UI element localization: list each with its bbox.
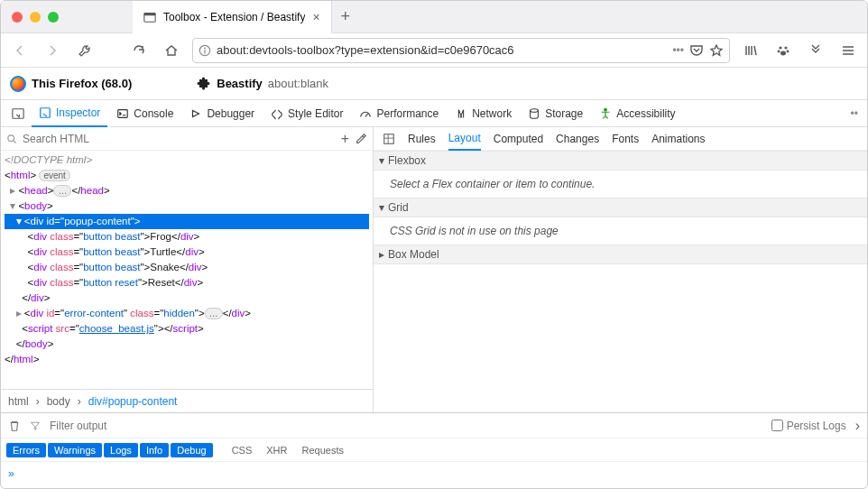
page-actions-icon[interactable]: ••• [672, 44, 684, 57]
forward-button[interactable] [41, 39, 64, 62]
info-icon[interactable] [199, 44, 211, 57]
selected-node: ▾<div id="popup-content"> [5, 214, 369, 229]
markup-panel: + <!DOCTYPE html> <html> event ▸<head>…<… [1, 127, 374, 412]
sidetab-animations[interactable]: Animations [651, 127, 705, 151]
search-icon [6, 134, 17, 144]
filter-input[interactable] [50, 420, 762, 432]
chip-errors[interactable]: Errors [6, 443, 46, 457]
chip-css[interactable]: CSS [226, 443, 259, 457]
svg-point-5 [779, 46, 781, 49]
chip-logs[interactable]: Logs [104, 443, 138, 457]
sidetab-changes[interactable]: Changes [556, 127, 599, 151]
back-button[interactable] [8, 39, 32, 62]
tab-icon [143, 11, 156, 23]
firefox-badge[interactable]: This Firefox (68.0) [10, 76, 132, 92]
breadcrumb: html › body › div#popup-content [1, 389, 373, 412]
dev-toggle-button[interactable] [73, 39, 97, 62]
paw-icon[interactable] [771, 39, 795, 62]
grid-message: CSS Grid is not in use on this page [374, 217, 867, 244]
svg-rect-12 [118, 109, 128, 117]
tab-network[interactable]: Network [448, 100, 519, 127]
svg-point-9 [780, 51, 786, 55]
eyedropper-icon[interactable] [355, 133, 367, 145]
extension-name: Beastify about:blank [197, 77, 328, 91]
url-bar[interactable]: about:devtools-toolbox?type=extension&id… [192, 38, 730, 63]
tab-close-button[interactable]: × [312, 10, 319, 24]
close-window-button[interactable] [12, 12, 23, 23]
chip-info[interactable]: Info [140, 443, 169, 457]
svg-point-6 [784, 46, 787, 49]
menu-icon[interactable] [836, 39, 860, 62]
pocket-icon[interactable] [689, 43, 704, 58]
devtools-tabs: Inspector Console Debugger Style Editor … [1, 100, 867, 127]
side-panel: Rules Layout Computed Changes Fonts Anim… [374, 127, 867, 412]
svg-rect-1 [144, 13, 155, 15]
devtools-overflow-icon[interactable]: •• [847, 107, 862, 120]
home-button[interactable] [160, 39, 183, 62]
grid-header[interactable]: ▾Grid [374, 198, 867, 217]
layout-toggle-icon[interactable] [383, 133, 395, 145]
url-text: about:devtools-toolbox?type=extension&id… [217, 43, 667, 57]
tab-storage[interactable]: Storage [521, 100, 590, 127]
search-input[interactable] [23, 133, 336, 145]
boxmodel-header[interactable]: ▸Box Model [374, 244, 867, 264]
html-search-bar: + [1, 127, 373, 151]
sidetab-fonts[interactable]: Fonts [612, 127, 639, 151]
nav-toolbar: about:devtools-toolbox?type=extension&id… [1, 33, 867, 68]
scroll-right-icon[interactable]: › [855, 418, 860, 434]
overflow-icon[interactable] [804, 39, 827, 62]
iframe-picker-icon[interactable] [6, 102, 30, 125]
flexbox-message: Select a Flex container or item to conti… [374, 171, 867, 198]
tab-debugger[interactable]: Debugger [182, 100, 262, 127]
maximize-window-button[interactable] [48, 12, 59, 23]
firefox-icon [10, 76, 26, 92]
chip-warnings[interactable]: Warnings [48, 443, 102, 457]
minimize-window-button[interactable] [30, 12, 41, 23]
tab-inspector[interactable]: Inspector [32, 100, 107, 127]
console-toolbar: Persist Logs › [1, 413, 867, 438]
console-filters: Errors Warnings Logs Info Debug CSS XHR … [1, 438, 867, 462]
tab-style-editor[interactable]: Style Editor [263, 100, 350, 127]
svg-rect-4 [204, 50, 205, 53]
extension-bar: This Firefox (68.0) Beastify about:blank [1, 68, 867, 100]
tab-title: Toolbox - Extension / Beastify [163, 11, 305, 23]
main-panel: + <!DOCTYPE html> <html> event ▸<head>…<… [1, 127, 867, 412]
sidetab-rules[interactable]: Rules [408, 127, 436, 151]
tab-performance[interactable]: Performance [352, 100, 446, 127]
svg-point-14 [605, 108, 607, 111]
console-input[interactable]: » [1, 462, 867, 485]
svg-point-15 [8, 134, 14, 141]
crumb-html[interactable]: html [8, 395, 29, 408]
console-drawer: Persist Logs › Errors Warnings Logs Info… [1, 412, 867, 485]
add-node-button[interactable]: + [341, 131, 349, 147]
browser-tab[interactable]: Toolbox - Extension / Beastify × [133, 1, 332, 33]
crumb-body[interactable]: body [47, 395, 70, 408]
svg-point-3 [204, 47, 206, 49]
tab-console[interactable]: Console [109, 100, 180, 127]
new-tab-button[interactable]: + [332, 7, 360, 26]
chip-xhr[interactable]: XHR [260, 443, 293, 457]
tab-accessibility[interactable]: Accessibility [592, 100, 682, 127]
svg-rect-16 [384, 134, 394, 143]
svg-rect-10 [13, 108, 23, 118]
filter-icon[interactable] [30, 420, 41, 431]
chip-requests[interactable]: Requests [296, 443, 350, 457]
dom-tree[interactable]: <!DOCTYPE html> <html> event ▸<head>…</h… [1, 151, 373, 389]
svg-point-8 [787, 50, 790, 52]
svg-rect-11 [41, 107, 51, 117]
chip-debug[interactable]: Debug [171, 443, 212, 457]
side-tabs: Rules Layout Computed Changes Fonts Anim… [374, 127, 867, 151]
bookmark-icon[interactable] [709, 43, 724, 58]
svg-point-13 [531, 108, 539, 112]
svg-point-7 [778, 50, 780, 52]
persist-logs-toggle[interactable]: Persist Logs [771, 420, 846, 432]
flexbox-header[interactable]: ▾Flexbox [374, 151, 867, 171]
library-icon[interactable] [739, 39, 762, 62]
trash-icon[interactable] [8, 420, 21, 432]
traffic-lights [1, 12, 69, 23]
sidetab-layout[interactable]: Layout [448, 127, 481, 151]
crumb-selected[interactable]: div#popup-content [88, 395, 178, 408]
reload-button[interactable] [127, 39, 151, 62]
window-chrome: Toolbox - Extension / Beastify × + [1, 1, 867, 33]
sidetab-computed[interactable]: Computed [494, 127, 543, 151]
